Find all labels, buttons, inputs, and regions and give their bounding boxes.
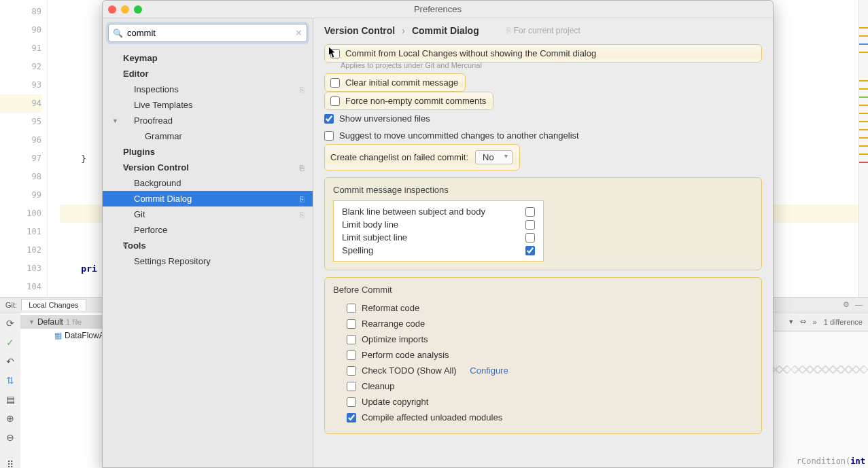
option-show-unversioned[interactable]: Show unversioned files: [324, 110, 762, 127]
scope-icon: ⎘: [300, 211, 305, 219]
sidebar-item-tools[interactable]: ▼Tools: [103, 238, 313, 253]
sidebar-item-version-control[interactable]: ▼Version Control⎘: [103, 160, 313, 175]
commit-icon[interactable]: ✓: [6, 337, 14, 348]
analysis-checkbox[interactable]: [347, 350, 356, 360]
before-commit-section: Before Commit Reformat code Rearrange co…: [324, 277, 762, 434]
local-changes-tab[interactable]: Local Changes: [21, 299, 86, 310]
chevron-down-icon: ▼: [112, 118, 118, 124]
scope-icon: ⎘: [300, 195, 305, 203]
todo-checkbox[interactable]: [347, 366, 356, 376]
option-compile[interactable]: Compile affected unloaded modules: [347, 410, 753, 425]
chevron-down-icon: ▼: [122, 242, 128, 249]
rollback-icon[interactable]: ↶: [6, 356, 14, 367]
settings-tree[interactable]: Keymap ▼Editor Inspections⎘ Live Templat…: [103, 48, 313, 467]
spelling-checkbox[interactable]: [525, 246, 535, 255]
blank-line-checkbox[interactable]: [525, 207, 535, 217]
chevron-down-icon: ▼: [122, 71, 128, 77]
option-suggest-move[interactable]: Suggest to move uncommitted changes to a…: [324, 127, 762, 144]
configure-link[interactable]: Configure: [470, 365, 508, 376]
inspections-list[interactable]: Blank line between subject and body Limi…: [333, 200, 544, 262]
option-reformat[interactable]: Reformat code: [347, 300, 753, 316]
cleanup-checkbox[interactable]: [347, 382, 356, 391]
optimize-checkbox[interactable]: [347, 335, 356, 344]
sidebar-item-inspections[interactable]: Inspections⎘: [103, 82, 313, 97]
show-unversioned-checkbox[interactable]: [324, 114, 334, 124]
breadcrumb: Version Control › Commit Dialog ⎘For cur…: [313, 18, 773, 41]
compile-checkbox[interactable]: [347, 413, 356, 422]
sidebar-item-plugins[interactable]: Plugins: [103, 144, 313, 160]
clear-initial-checkbox[interactable]: [330, 78, 340, 88]
window-title: Preferences: [103, 4, 773, 14]
preferences-content: Version Control › Commit Dialog ⎘For cur…: [313, 18, 773, 467]
breadcrumb-leaf: Commit Dialog: [412, 25, 479, 36]
gear-icon[interactable]: ⚙: [843, 300, 850, 309]
shelve-icon[interactable]: ▤: [6, 394, 15, 405]
sidebar-item-git[interactable]: Git⎘: [103, 206, 313, 222]
option-todo[interactable]: Check TODO (Show All) Configure: [347, 363, 753, 378]
search-icon: 🔍: [113, 29, 123, 38]
sidebar-item-perforce[interactable]: Perforce: [103, 222, 313, 238]
sidebar-item-background[interactable]: Background: [103, 175, 313, 191]
add-icon[interactable]: ⊕: [6, 413, 14, 424]
limit-body-checkbox[interactable]: [525, 220, 535, 230]
limit-subject-checkbox[interactable]: [525, 233, 535, 242]
create-changelist-select[interactable]: No: [475, 150, 513, 164]
sidebar-item-settings-repository[interactable]: Settings Repository: [103, 253, 313, 269]
sidebar-item-commit-dialog[interactable]: Commit Dialog⎘: [103, 191, 313, 206]
grid-icon[interactable]: ⠿: [7, 459, 14, 468]
minimize-icon[interactable]: —: [855, 300, 863, 309]
option-copyright[interactable]: Update copyright: [347, 394, 753, 410]
collapse-icon[interactable]: ⇔: [800, 317, 806, 326]
preferences-sidebar: 🔍 ✕ Keymap ▼Editor Inspections⎘ Live Tem…: [103, 18, 313, 467]
preferences-dialog: Preferences 🔍 ✕ Keymap ▼Editor Inspectio…: [102, 0, 774, 468]
refresh-icon[interactable]: ⟳: [6, 318, 14, 329]
sidebar-item-keymap[interactable]: Keymap: [103, 50, 313, 66]
chevron-down-icon: ▼: [122, 164, 128, 171]
diff-count: 1 difference: [824, 318, 863, 326]
option-rearrange[interactable]: Rearrange code: [347, 316, 753, 331]
sidebar-item-editor[interactable]: ▼Editor: [103, 66, 313, 82]
option-analysis[interactable]: Perform code analysis: [347, 347, 753, 363]
scope-icon: ⎘: [300, 164, 305, 172]
titlebar: Preferences: [103, 1, 773, 18]
maximize-window-icon[interactable]: [134, 5, 142, 14]
rearrange-checkbox[interactable]: [347, 319, 356, 329]
copyright-checkbox[interactable]: [347, 397, 356, 407]
scope-hint: ⎘For current project: [506, 26, 580, 35]
sidebar-item-live-templates[interactable]: Live Templates: [103, 97, 313, 113]
fold-column: [48, 0, 60, 297]
search-field[interactable]: [127, 28, 291, 38]
clear-search-icon[interactable]: ✕: [295, 28, 302, 38]
minimize-window-icon[interactable]: [121, 5, 129, 14]
close-window-icon[interactable]: [108, 5, 116, 14]
diff-icon[interactable]: ⇅: [6, 375, 14, 386]
git-toolbar: ⟳ ✓ ↶ ⇅ ▤ ⊕ ⊖ ⠿: [0, 312, 20, 468]
section-title: Before Commit: [333, 285, 753, 295]
option-commit-local[interactable]: Commit from Local Changes without showin…: [324, 44, 762, 62]
git-title: Git:: [5, 301, 17, 309]
section-title: Commit message inspections: [333, 185, 753, 195]
reformat-checkbox[interactable]: [347, 304, 356, 313]
option-force-nonempty[interactable]: Force non-empty commit comments: [324, 92, 493, 110]
inspection-limit-subject[interactable]: Limit subject line: [334, 231, 543, 244]
error-stripe[interactable]: [858, 0, 868, 297]
commit-local-checkbox[interactable]: [330, 49, 340, 58]
scope-icon: ⎘: [506, 26, 511, 35]
scope-icon: ⎘: [300, 86, 305, 94]
file-icon: ▦: [54, 331, 62, 340]
option-clear-initial[interactable]: Clear initial commit message: [324, 73, 466, 92]
search-input[interactable]: 🔍 ✕: [108, 24, 307, 42]
breadcrumb-root[interactable]: Version Control: [324, 25, 395, 36]
option-cleanup[interactable]: Cleanup: [347, 378, 753, 394]
inspection-blank-line[interactable]: Blank line between subject and body: [334, 205, 543, 218]
inspection-spelling[interactable]: Spelling: [334, 244, 543, 257]
sub-icon[interactable]: ⊖: [6, 432, 14, 443]
option-optimize[interactable]: Optimize imports: [347, 331, 753, 347]
suggest-move-checkbox[interactable]: [324, 131, 334, 141]
force-nonempty-checkbox[interactable]: [330, 96, 340, 106]
sidebar-item-grammar[interactable]: Grammar: [103, 128, 313, 144]
expand-icon[interactable]: ▾: [789, 317, 793, 326]
sidebar-item-proofread[interactable]: ▼Proofread: [103, 113, 313, 128]
option-create-changelist: Create changelist on failed commit: No: [324, 144, 520, 170]
inspection-limit-body[interactable]: Limit body line: [334, 218, 543, 231]
